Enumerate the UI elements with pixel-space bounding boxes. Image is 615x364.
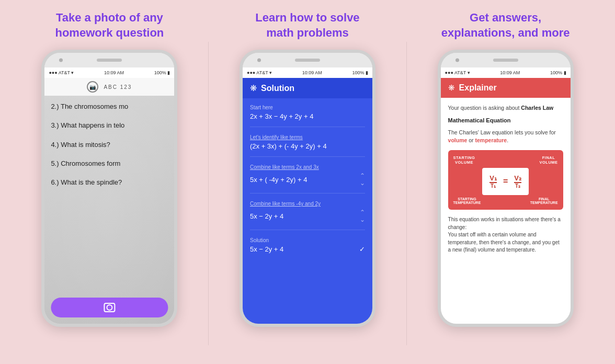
speaker-3 xyxy=(493,59,518,62)
phone-2: ●●● AT&T ▾ 10:09 AM 100% ▮ ❋ Solution St… xyxy=(240,50,375,327)
front-camera-2 xyxy=(257,59,261,62)
charles-diagram: STARTINGVOLUME FINALVOLUME V₁ T₁ = xyxy=(448,150,563,210)
main-container: Take a photo of anyhomework question ●●●… xyxy=(0,0,615,364)
screen-2: ❋ Solution Start here 2x + 3x − 4y + 2y … xyxy=(243,78,372,324)
fraction-1: V₁ T₁ xyxy=(489,174,497,189)
panel-2-title: Learn how to solvemath problems xyxy=(255,10,359,40)
step-5-row: 5x − 2y + 4 ✓ xyxy=(250,245,365,253)
camera-content: 2.) The chromosomes mo 3.) What happens … xyxy=(44,96,174,324)
panel-2: Learn how to solvemath problems ●●● AT&T… xyxy=(219,10,396,327)
question-1: 2.) The chromosomes mo xyxy=(51,102,168,111)
solution-screen: ❋ Solution Start here 2x + 3x − 4y + 2y … xyxy=(243,78,372,324)
step-3: Combine like terms 2x and 3x 5x + ( -4y … xyxy=(250,164,365,194)
explainer-icon: ❋ xyxy=(448,83,455,93)
diagram-bottom-labels: STARTINGTEMPERATURE FINALTEMPERATURE xyxy=(453,197,558,204)
phone-top-2 xyxy=(243,53,372,67)
section-title: Mathematical Equation xyxy=(448,117,563,123)
diagram-bg: V₁ T₁ = V₂ T₂ xyxy=(482,168,529,195)
camera-toolbar-icon: 📷 xyxy=(87,81,98,93)
step-5-label: Solution xyxy=(250,237,365,243)
time-3: 10:09 AM xyxy=(500,70,520,75)
panel-1-title: Take a photo of anyhomework question xyxy=(55,10,164,40)
status-bar-3: ●●● AT&T ▾ 10:09 AM 100% ▮ xyxy=(441,67,571,78)
step-1: Start here 2x + 3x − 4y + 2y + 4 xyxy=(250,105,365,127)
time-2: 10:09 AM xyxy=(302,70,322,75)
step-5: Solution 5x − 2y + 4 ✓ xyxy=(250,237,365,259)
step-2-label: Let's identify like terms xyxy=(250,134,365,140)
status-bar-1: ●●● AT&T ▾ 10:09 AM 100% ▮ xyxy=(44,67,174,78)
panel-1: Take a photo of anyhomework question ●●●… xyxy=(20,10,198,327)
step-4-equation: 5x − 2y + 4 xyxy=(250,212,283,220)
screen-1: 📷 ABC 123 2.) The chromosomes mo 3.) Wha… xyxy=(44,78,174,324)
phone-1: ●●● AT&T ▾ 10:09 AM 100% ▮ 📷 ABC 123 2.)… xyxy=(41,50,177,327)
carrier-2: ●●● AT&T ▾ xyxy=(247,70,272,75)
camera-screen: 📷 ABC 123 2.) The chromosomes mo 3.) Wha… xyxy=(44,78,174,324)
explainer-intro: Your question is asking about Charles La… xyxy=(448,104,563,112)
v1-numerator: V₁ xyxy=(489,174,497,182)
step-5-check: ✓ xyxy=(359,245,365,253)
step-1-equation: 2x + 3x − 4y + 2y + 4 xyxy=(250,112,365,120)
solution-header: ❋ Solution xyxy=(243,78,372,98)
step-4-label: Combine like terms -4y and 2y xyxy=(250,201,365,207)
battery-3: 100% ▮ xyxy=(550,70,566,75)
carrier-3: ●●● AT&T ▾ xyxy=(445,70,470,75)
step-4-row: 5x − 2y + 4 ⌃⌄ xyxy=(250,209,365,223)
screen-3: ❋ Explainer Your question is asking abou… xyxy=(441,78,571,324)
divider-1 xyxy=(208,42,209,345)
divider-2 xyxy=(406,42,407,345)
question-4: 5.) Chromosomes form xyxy=(51,159,168,168)
label-final-volume: FINALVOLUME xyxy=(539,155,557,165)
speaker-1 xyxy=(97,59,122,62)
explainer-description: This equation works in situations where … xyxy=(448,216,563,254)
panel-3-title: Get answers,explanations, and more xyxy=(441,10,570,40)
carrier-1: ●●● AT&T ▾ xyxy=(49,70,74,75)
status-bar-2: ●●● AT&T ▾ 10:09 AM 100% ▮ xyxy=(243,67,372,78)
explainer-body: Your question is asking about Charles La… xyxy=(441,98,571,324)
front-camera-1 xyxy=(59,59,63,62)
explainer-title: Explainer xyxy=(459,83,497,93)
label-final-temp: FINALTEMPERATURE xyxy=(530,197,558,204)
step-3-label: Combine like terms 2x and 3x xyxy=(250,164,365,170)
step-1-label: Start here xyxy=(250,105,365,110)
step-4-chevron: ⌃⌄ xyxy=(360,209,365,223)
capture-button[interactable] xyxy=(51,298,168,317)
camera-toolbar-text: ABC 123 xyxy=(104,84,132,90)
phone-top-1 xyxy=(44,53,174,67)
explainer-text: The Charles' Law equation lets you solve… xyxy=(448,129,563,144)
label-starting-temp: STARTINGTEMPERATURE xyxy=(453,197,481,204)
time-1: 10:09 AM xyxy=(104,70,124,75)
question-3: 4.) What is mitosis? xyxy=(51,140,168,150)
phone-top-3 xyxy=(441,53,571,67)
explainer-header: ❋ Explainer xyxy=(441,78,571,98)
solution-body: Start here 2x + 3x − 4y + 2y + 4 Let's i… xyxy=(243,98,372,324)
step-3-equation: 5x + ( -4y + 2y) + 4 xyxy=(250,176,307,184)
label-starting-volume: STARTINGVOLUME xyxy=(453,155,475,165)
explainer-screen: ❋ Explainer Your question is asking abou… xyxy=(441,78,571,324)
step-2: Let's identify like terms (2x + 3x) + (-… xyxy=(250,134,365,157)
step-5-equation: 5x − 2y + 4 xyxy=(250,245,283,253)
question-2: 3.) What happens in telo xyxy=(51,121,168,130)
equals: = xyxy=(503,177,508,186)
diagram-top-labels: STARTINGVOLUME FINALVOLUME xyxy=(453,155,558,165)
v2-numerator: V₂ xyxy=(514,174,521,182)
t1-denominator: T₁ xyxy=(489,182,497,189)
front-camera-3 xyxy=(455,59,459,62)
step-3-row: 5x + ( -4y + 2y) + 4 ⌃⌄ xyxy=(250,172,365,187)
diagram-formula: V₁ T₁ = V₂ T₂ xyxy=(489,174,521,189)
speaker-2 xyxy=(295,59,320,62)
step-4: Combine like terms -4y and 2y 5x − 2y + … xyxy=(250,201,365,230)
phone-3: ●●● AT&T ▾ 10:09 AM 100% ▮ ❋ Explainer Y… xyxy=(438,50,574,327)
panel-3: Get answers,explanations, and more ●●● A… xyxy=(417,10,595,327)
capture-icon xyxy=(104,303,115,312)
solution-icon: ❋ xyxy=(250,83,257,93)
question-5: 6.) What is the spindle? xyxy=(51,178,168,187)
t2-denominator: T₂ xyxy=(514,182,521,189)
step-3-chevron: ⌃⌄ xyxy=(360,172,365,187)
battery-2: 100% ▮ xyxy=(352,70,368,75)
fraction-2: V₂ T₂ xyxy=(514,174,521,189)
camera-button-area xyxy=(51,298,168,317)
camera-toolbar: 📷 ABC 123 xyxy=(44,78,174,96)
solution-title: Solution xyxy=(261,84,294,93)
battery-1: 100% ▮ xyxy=(154,70,170,75)
step-2-equation: (2x + 3x) + (- 4y + 2y) + 4 xyxy=(250,142,365,150)
